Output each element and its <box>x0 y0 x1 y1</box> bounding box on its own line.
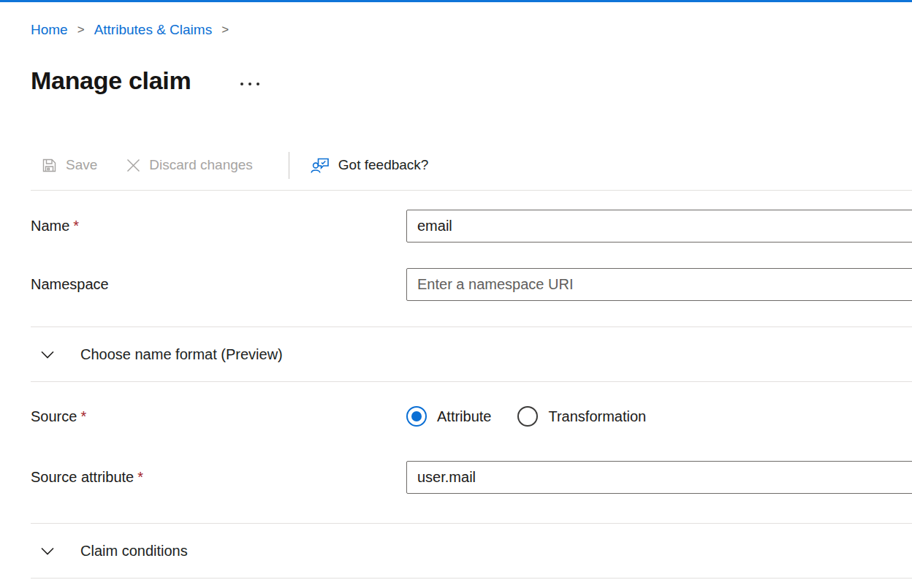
discard-changes-label: Discard changes <box>149 157 253 173</box>
ellipsis-icon <box>256 83 259 85</box>
more-menu-button[interactable] <box>236 78 264 90</box>
namespace-field-label: Namespace <box>31 276 406 293</box>
claim-conditions-section-toggle[interactable]: Claim conditions <box>31 524 912 579</box>
namespace-label-text: Namespace <box>31 276 109 292</box>
title-row: Manage claim <box>31 64 912 97</box>
namespace-input[interactable] <box>406 268 912 301</box>
namespace-field-row: Namespace <box>31 268 912 301</box>
source-field-label: Source* <box>31 408 406 425</box>
radio-circle-icon <box>406 406 427 427</box>
chevron-down-icon <box>41 547 54 555</box>
save-button-label: Save <box>66 157 97 173</box>
save-icon <box>42 158 57 173</box>
got-feedback-button[interactable]: Got feedback? <box>309 153 430 177</box>
radio-dot <box>522 411 533 421</box>
save-button[interactable]: Save <box>40 154 99 176</box>
required-asterisk: * <box>137 469 143 485</box>
name-field-row: Name* <box>31 210 912 243</box>
toolbar-divider <box>289 152 289 179</box>
source-field-row: Source* Attribute Transformation <box>31 405 912 427</box>
source-transformation-radio[interactable]: Transformation <box>517 406 646 427</box>
name-label-text: Name <box>31 218 69 234</box>
source-attribute-field-row: Source attribute* <box>31 461 912 494</box>
dismiss-icon <box>126 159 140 172</box>
claim-conditions-section-title: Claim conditions <box>80 543 188 560</box>
toolbar-bottom-divider <box>31 190 912 191</box>
top-accent-bar <box>0 0 912 2</box>
discard-changes-button[interactable]: Discard changes <box>125 154 254 176</box>
ellipsis-icon <box>248 83 251 85</box>
page-title: Manage claim <box>31 66 191 95</box>
required-asterisk: * <box>80 408 86 424</box>
breadcrumb: Home > Attributes & Claims > <box>31 20 912 40</box>
source-attribute-label-text: Source attribute <box>31 469 134 485</box>
command-bar: Save Discard changes Got feedb <box>40 150 912 180</box>
manage-claim-page: Home > Attributes & Claims > Manage clai… <box>0 0 912 579</box>
breadcrumb-home-link[interactable]: Home <box>31 22 68 38</box>
breadcrumb-attributes-claims-link[interactable]: Attributes & Claims <box>94 22 213 38</box>
name-field-label: Name* <box>31 218 406 234</box>
breadcrumb-separator-icon: > <box>221 23 229 37</box>
breadcrumb-separator-icon: > <box>77 23 85 37</box>
radio-circle-icon <box>517 406 538 427</box>
chevron-down-icon <box>41 351 54 359</box>
source-attribute-input[interactable] <box>406 461 912 494</box>
radio-dot <box>411 411 422 421</box>
source-attribute-field-label: Source attribute* <box>31 469 406 486</box>
source-transformation-radio-label: Transformation <box>548 408 646 425</box>
source-radio-group: Attribute Transformation <box>406 406 672 427</box>
ellipsis-icon <box>240 83 243 85</box>
source-attribute-radio[interactable]: Attribute <box>406 406 491 427</box>
choose-name-format-section-title: Choose name format (Preview) <box>80 346 283 363</box>
name-input[interactable] <box>406 210 912 243</box>
required-asterisk: * <box>73 218 79 234</box>
choose-name-format-section-toggle[interactable]: Choose name format (Preview) <box>31 327 912 382</box>
got-feedback-label: Got feedback? <box>338 157 429 173</box>
source-attribute-radio-label: Attribute <box>437 408 491 425</box>
feedback-person-icon <box>311 156 330 175</box>
source-label-text: Source <box>31 408 77 424</box>
